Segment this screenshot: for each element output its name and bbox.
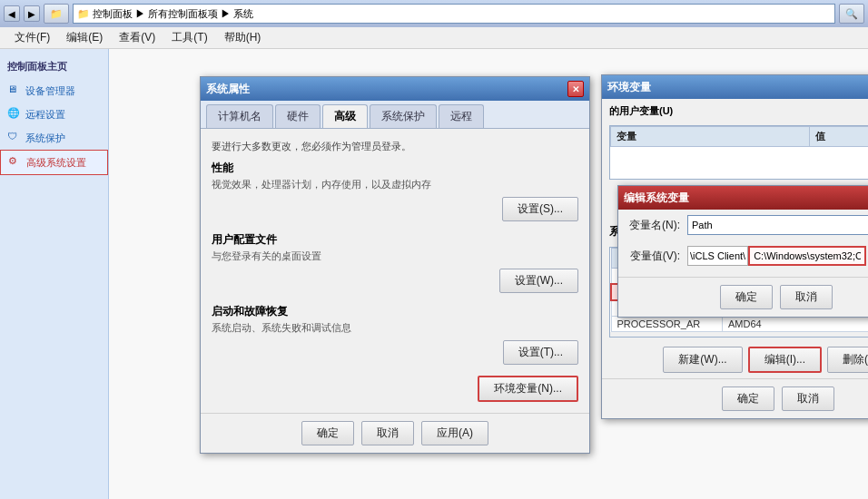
sysprops-apply-button[interactable]: 应用(A)	[421, 421, 488, 445]
sidebar-item-remote-settings[interactable]: 🌐 远程设置	[0, 103, 108, 126]
device-manager-icon: 🖥	[7, 83, 22, 98]
content-area: 系统属性 ✕ 计算机名 硬件 高级 系统保护 远程	[109, 49, 868, 499]
home-button[interactable]: 📁	[44, 4, 69, 24]
userprofile-settings-button[interactable]: 设置(W)...	[499, 269, 578, 293]
tab-hardware[interactable]: 硬件	[275, 104, 321, 128]
editvar-name-input[interactable]	[687, 215, 868, 235]
startup-desc: 系统启动、系统失败和调试信息	[212, 321, 578, 335]
envvars-footer: 确定 取消	[602, 378, 868, 418]
sys-edit-button[interactable]: 编辑(I)...	[748, 347, 822, 373]
editvar-footer: 确定 取消	[618, 277, 868, 317]
tab-sysprotect[interactable]: 系统保护	[370, 104, 437, 128]
envvars-title: 环境变量	[607, 80, 651, 95]
startup-group: 启动和故障恢复 系统启动、系统失败和调试信息 设置(T)...	[212, 304, 578, 365]
menu-bar: 文件(F) 编辑(E) 查看(V) 工具(T) 帮助(H)	[0, 27, 868, 49]
sysprops-title: 系统属性	[206, 82, 250, 97]
tab-advanced[interactable]: 高级	[322, 104, 368, 128]
sysprops-ok-button[interactable]: 确定	[301, 421, 354, 445]
sysprops-titlebar: 系统属性 ✕	[201, 77, 589, 101]
menu-edit[interactable]: 编辑(E)	[59, 28, 110, 47]
editvar-value-prefix: \iCLS Client\	[687, 246, 748, 266]
taskbar-top: ◀ ▶ 📁 📁 控制面板 ▶ 所有控制面板项 ▶ 系统 🔍	[0, 0, 868, 27]
sysprops-content: 要进行大多数更改，您必须作为管理员登录。 性能 视觉效果，处理器计划，内存使用，…	[201, 129, 589, 413]
folder-icon: 📁	[50, 8, 63, 20]
forward-button[interactable]: ▶	[24, 5, 40, 22]
sidebar-item-system-protection[interactable]: 🛡 系统保护	[0, 126, 108, 150]
search-icon: 🔍	[845, 8, 858, 20]
tab-remote[interactable]: 远程	[439, 104, 484, 128]
user-vars-table-container[interactable]: 变量 值	[609, 125, 868, 180]
sysprops-cancel-button[interactable]: 取消	[361, 421, 414, 445]
envvars-titlebar: 环境变量 ✕	[602, 75, 868, 99]
menu-tools[interactable]: 工具(T)	[164, 28, 214, 47]
sidebar: 控制面板主页 🖥 设备管理器 🌐 远程设置 🛡 系统保护 ⚙ 高级系统设置	[0, 49, 109, 499]
userprofile-title: 用户配置文件	[212, 232, 578, 248]
env-vars-button[interactable]: 环境变量(N)...	[478, 376, 578, 402]
sysprops-intro: 要进行大多数更改，您必须作为管理员登录。	[212, 140, 578, 153]
editvar-title: 编辑系统变量	[624, 191, 689, 206]
search-bar[interactable]: 🔍	[839, 4, 864, 24]
sysprops-dialog: 系统属性 ✕ 计算机名 硬件 高级 系统保护 远程	[200, 76, 590, 454]
envvars-ok-button[interactable]: 确定	[722, 386, 774, 411]
sidebar-label-advanced-settings: 高级系统设置	[26, 156, 86, 170]
user-var-name-header: 变量	[611, 127, 810, 147]
userprofile-group: 用户配置文件 与您登录有关的桌面设置 设置(W)...	[212, 232, 578, 293]
envvars-cancel-button[interactable]: 取消	[782, 386, 834, 411]
startup-title: 启动和故障恢复	[212, 304, 578, 319]
sysprops-close-button[interactable]: ✕	[567, 81, 584, 97]
editvar-value-label: 变量值(V):	[627, 249, 680, 264]
main-window: 控制面板主页 🖥 设备管理器 🌐 远程设置 🛡 系统保护 ⚙ 高级系统设置 系统…	[0, 49, 868, 499]
sidebar-item-device-manager[interactable]: 🖥 设备管理器	[0, 79, 108, 103]
sys-var-value-cell: AMD64	[723, 317, 869, 332]
user-var-value-header: 值	[809, 127, 868, 147]
menu-file[interactable]: 文件(F)	[7, 28, 57, 47]
perf-desc: 视觉效果，处理器计划，内存使用，以及虚拟内存	[212, 178, 578, 191]
sidebar-title: 控制面板主页	[0, 56, 108, 79]
sidebar-label-device-manager: 设备管理器	[25, 84, 75, 98]
editvar-dialog: 编辑系统变量 ✕ 变量名(N): 变量值(V): \iCLS Client\ 确…	[617, 185, 868, 318]
advanced-settings-icon: ⚙	[8, 155, 23, 170]
sidebar-label-remote-settings: 远程设置	[25, 108, 65, 122]
address-text: 控制面板 ▶ 所有控制面板项 ▶ 系统	[93, 7, 253, 21]
editvar-name-row: 变量名(N):	[618, 210, 868, 240]
sys-var-name-cell: PROCESSOR_AR	[611, 317, 723, 332]
editvar-value-row: 变量值(V): \iCLS Client\	[618, 240, 868, 271]
perf-settings-button[interactable]: 设置(S)...	[502, 197, 578, 221]
sidebar-item-advanced-settings[interactable]: ⚙ 高级系统设置	[0, 150, 108, 175]
remote-settings-icon: 🌐	[7, 107, 22, 122]
editvar-name-label: 变量名(N):	[627, 218, 680, 233]
user-vars-label: 的用户变量(U)	[609, 105, 673, 116]
address-bar[interactable]: 📁 控制面板 ▶ 所有控制面板项 ▶ 系统	[73, 4, 835, 24]
editvar-value-input[interactable]	[748, 246, 866, 266]
perf-title: 性能	[212, 161, 578, 176]
sysprops-footer: 确定 取消 应用(A)	[201, 413, 589, 453]
user-vars-title: 的用户变量(U)	[602, 99, 868, 122]
sys-new-button[interactable]: 新建(W)...	[663, 347, 742, 373]
menu-view[interactable]: 查看(V)	[112, 28, 163, 47]
address-folder-icon: 📁	[77, 8, 90, 20]
editvar-ok-button[interactable]: 确定	[720, 285, 773, 309]
sys-delete-button[interactable]: 删除(L)	[827, 347, 868, 373]
sys-vars-btn-row: 新建(W)... 编辑(I)... 删除(L)	[602, 341, 868, 378]
tab-computername[interactable]: 计算机名	[206, 104, 273, 128]
startup-settings-button[interactable]: 设置(T)...	[503, 340, 578, 365]
sysprops-tab-bar: 计算机名 硬件 高级 系统保护 远程	[201, 101, 589, 129]
editvar-cancel-button[interactable]: 取消	[780, 285, 833, 309]
back-button[interactable]: ◀	[4, 5, 20, 22]
user-vars-table: 变量 值	[610, 126, 868, 147]
menu-help[interactable]: 帮助(H)	[217, 28, 269, 47]
userprofile-desc: 与您登录有关的桌面设置	[212, 250, 578, 263]
sidebar-label-system-protection: 系统保护	[25, 132, 65, 145]
system-protection-icon: 🛡	[7, 131, 22, 145]
editvar-titlebar: 编辑系统变量 ✕	[618, 186, 868, 210]
perf-group: 性能 视觉效果，处理器计划，内存使用，以及虚拟内存 设置(S)...	[212, 161, 578, 221]
